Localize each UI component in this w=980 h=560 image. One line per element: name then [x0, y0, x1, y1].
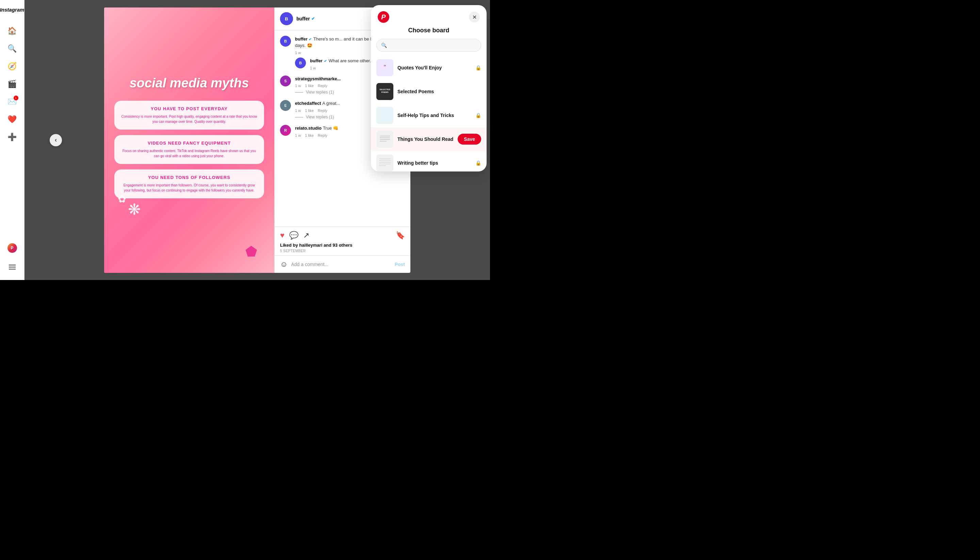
myth-card-2-body: Focus on sharing authentic content. TikT…: [121, 148, 257, 158]
board-info-poems: Selected Poems: [397, 89, 481, 94]
pinterest-search-input[interactable]: [377, 39, 481, 52]
svg-rect-14: [379, 158, 391, 159]
commenter-1-username: strategysmithmarke...: [295, 76, 341, 81]
board-item-quotes[interactable]: " Quotes You'll Enjoy 🔒: [371, 56, 487, 80]
myth-card-1-body: Consistency is more important. Post high…: [121, 114, 257, 124]
action-icons-row: ♥ 💬 ↗ 🔖: [280, 231, 405, 240]
instagram-logo: Instagram: [0, 4, 27, 15]
instagram-app: Instagram 🏠 🔍 🧭 🎬 ✉️ ❤️ ➕ P: [0, 0, 490, 280]
add-comment-section: ☺ Post: [275, 255, 410, 273]
post-actions: ♥ 💬 ↗ 🔖 Liked by hailleymari and 93 othe…: [275, 227, 410, 255]
myth-card-3: YOU NEED TONS OF FOLLOWERS Engagement is…: [114, 170, 264, 198]
save-button[interactable]: Save: [458, 134, 481, 145]
sidebar-item-more[interactable]: [4, 259, 20, 275]
post-author-comment-avatar: B: [280, 36, 291, 47]
verified-icon-2: ✔: [308, 37, 312, 41]
myth-card-2: VIDEOS NEED FANCY EQUIPMENT Focus on sha…: [114, 135, 264, 164]
myth-card-3-title: YOU NEED TONS OF FOLLOWERS: [121, 175, 257, 180]
myth-card-2-title: VIDEOS NEED FANCY EQUIPMENT: [121, 140, 257, 146]
post-main-title: social media myths: [114, 76, 264, 90]
svg-rect-11: [380, 139, 390, 140]
svg-text:SELECTED: SELECTED: [379, 88, 390, 90]
svg-rect-17: [379, 163, 391, 164]
pinterest-title: Choose board: [371, 27, 487, 39]
flower-decoration-1: ✿: [118, 193, 126, 205]
sidebar-item-explore[interactable]: 🧭: [4, 58, 20, 75]
board-item-writing[interactable]: Writing better tips 🔒: [371, 151, 487, 172]
sidebar-more-section: P: [4, 239, 20, 276]
post-author-comment-username: buffer: [295, 37, 308, 42]
verified-icon: ✔: [312, 16, 315, 21]
board-item-things[interactable]: Things You Should Read Save: [371, 127, 487, 151]
svg-rect-12: [380, 141, 387, 142]
svg-rect-16: [379, 162, 391, 163]
lock-icon-3: 🔒: [475, 160, 481, 166]
post-secondary-avatar: B: [295, 57, 306, 68]
board-name-self-help: Self-Help Tips and Tricks: [397, 113, 471, 118]
commenter-2-username: etchedaffect: [295, 101, 322, 106]
flower-decoration-2: ❋: [128, 200, 141, 218]
main-content: social media myths YOU HAVE TO POST EVER…: [25, 0, 490, 280]
share-button[interactable]: ↗: [303, 231, 309, 240]
avatar: P: [7, 243, 17, 253]
pinterest-header: P ✕: [371, 5, 487, 27]
post-comment-button[interactable]: Post: [395, 262, 405, 267]
comment-button[interactable]: 💬: [289, 231, 298, 240]
post-secondary-username: buffer: [310, 58, 323, 63]
board-info-self-help: Self-Help Tips and Tricks: [397, 113, 471, 118]
post-image-side: social media myths YOU HAVE TO POST EVER…: [104, 7, 274, 273]
board-info-writing: Writing better tips: [397, 160, 471, 166]
board-item-self-help[interactable]: Self-Help Tips and Tricks 🔒: [371, 103, 487, 127]
board-list: " Quotes You'll Enjoy 🔒 SELECTEDPOEMS Se…: [371, 56, 487, 172]
post-author-avatar: B: [280, 12, 293, 25]
search-icon: 🔍: [381, 43, 387, 48]
commenter-3-avatar: R: [280, 125, 291, 136]
board-info-quotes: Quotes You'll Enjoy: [397, 65, 471, 70]
post-date: 5 September: [280, 249, 405, 253]
buffer-logo-decoration: ⬟: [245, 243, 257, 259]
sidebar-item-profile[interactable]: P: [4, 240, 20, 256]
board-name-things: Things You Should Read: [397, 137, 453, 142]
sidebar-item-home[interactable]: 🏠: [4, 23, 20, 39]
myth-card-1-title: YOU HAVE TO POST EVERYDAY: [121, 106, 257, 111]
svg-rect-18: [379, 165, 386, 166]
board-name-poems: Selected Poems: [397, 89, 481, 94]
svg-text:": ": [384, 64, 386, 71]
prev-post-button[interactable]: ‹: [50, 134, 62, 146]
sidebar-item-create[interactable]: ➕: [4, 129, 20, 145]
comment-input[interactable]: [291, 262, 391, 267]
board-thumbnail-poems: SELECTEDPOEMS: [377, 83, 393, 100]
sidebar-item-search[interactable]: 🔍: [4, 40, 20, 57]
pinterest-close-button[interactable]: ✕: [469, 12, 480, 22]
pinterest-logo: P: [378, 11, 389, 23]
board-item-poems[interactable]: SELECTEDPOEMS Selected Poems: [371, 80, 487, 103]
bookmark-button[interactable]: 🔖: [396, 231, 405, 240]
post-author-name: buffer ✔: [297, 16, 315, 22]
board-info-things: Things You Should Read: [397, 137, 453, 142]
post-time: 1 w: [295, 51, 301, 55]
board-thumbnail-self-help: [377, 107, 393, 124]
svg-rect-10: [380, 137, 390, 138]
verified-icon-3: ✔: [324, 59, 327, 63]
divider: [295, 92, 303, 93]
sidebar-item-reels[interactable]: 🎬: [4, 76, 20, 92]
svg-text:POEMS: POEMS: [381, 91, 388, 93]
svg-rect-7: [377, 107, 393, 124]
emoji-button[interactable]: ☺: [280, 260, 288, 269]
board-name-writing: Writing better tips: [397, 160, 471, 166]
pinterest-save-panel: P ✕ Choose board 🔍 " Quotes You'll Enjoy: [371, 5, 487, 172]
post-modal-container: social media myths YOU HAVE TO POST EVER…: [104, 7, 410, 273]
lock-icon-2: 🔒: [475, 113, 481, 118]
lock-icon: 🔒: [475, 65, 481, 70]
pinterest-search-container: 🔍: [377, 39, 481, 52]
sidebar-item-notifications[interactable]: ❤️: [4, 111, 20, 128]
myth-card-1: YOU HAVE TO POST EVERYDAY Consistency is…: [114, 101, 264, 130]
like-button[interactable]: ♥: [280, 231, 285, 240]
commenter-2-avatar: E: [280, 100, 291, 111]
commenter-1-avatar: S: [280, 75, 291, 87]
board-name-quotes: Quotes You'll Enjoy: [397, 65, 471, 70]
sidebar-item-messages[interactable]: ✉️: [4, 93, 20, 110]
likes-text: Liked by hailleymari and 93 others: [280, 243, 405, 248]
post-secondary-text: What are some other...: [329, 58, 373, 63]
commenter-2-text: A great...: [322, 101, 340, 106]
